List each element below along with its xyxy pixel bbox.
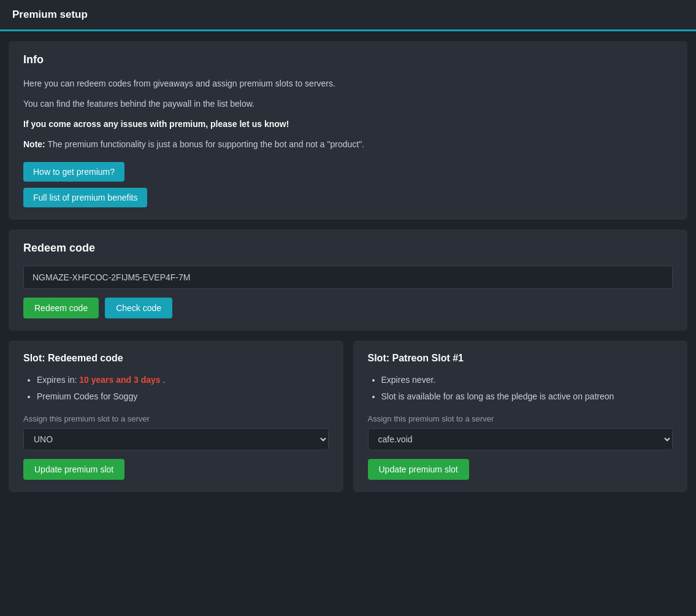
info-text-3: If you come across any issues with premi… — [23, 118, 673, 131]
slot1-expires-value: 10 years and 3 days — [79, 375, 160, 385]
slot2-expires: Expires never. — [381, 374, 673, 387]
slot2-update-button[interactable]: Update premium slot — [368, 459, 469, 480]
slot1-assign-label: Assign this premium slot to a server — [23, 414, 329, 423]
check-code-button[interactable]: Check code — [105, 298, 172, 318]
slot2-list: Expires never. Slot is available for as … — [368, 374, 673, 403]
info-card: Info Here you can redeem codes from give… — [9, 41, 687, 220]
redeem-code-input[interactable] — [23, 266, 673, 289]
info-text-1: Here you can redeem codes from giveaways… — [23, 77, 673, 90]
slot1-expires-label: Expires in: — [37, 375, 77, 385]
premium-benefits-button[interactable]: Full list of premium benefits — [23, 188, 147, 207]
slot2-slot-info: Slot is available for as long as the ple… — [381, 390, 673, 403]
top-bar: Premium setup — [0, 0, 696, 31]
info-btn-group: How to get premium? Full list of premium… — [23, 162, 673, 207]
slot1-premium-for: Premium Codes for Soggy — [37, 390, 329, 403]
page-title: Premium setup — [12, 9, 88, 21]
slot1-list: Expires in: 10 years and 3 days . Premiu… — [23, 374, 329, 403]
note-label: Note: — [23, 139, 45, 149]
slot1-update-button[interactable]: Update premium slot — [23, 459, 124, 480]
slot1-title: Slot: Redeemed code — [23, 353, 329, 364]
info-text-2: You can find the features behind the pay… — [23, 98, 673, 110]
slot-patreon-card: Slot: Patreon Slot #1 Expires never. Slo… — [353, 341, 688, 492]
redeem-card-title: Redeem code — [23, 242, 673, 255]
slot1-server-select[interactable]: UNO — [23, 428, 329, 450]
info-card-title: Info — [23, 53, 673, 66]
slot-redeemed-card: Slot: Redeemed code Expires in: 10 years… — [9, 341, 343, 492]
how-to-premium-button[interactable]: How to get premium? — [23, 162, 124, 182]
slot1-expires-suffix: . — [163, 375, 165, 385]
redeem-card: Redeem code Redeem code Check code — [9, 229, 687, 331]
info-note: Note: The premium functionality is just … — [23, 138, 673, 151]
redeem-btn-row: Redeem code Check code — [23, 298, 673, 318]
main-content: Info Here you can redeem codes from give… — [0, 31, 696, 502]
slot1-expires: Expires in: 10 years and 3 days . — [37, 374, 329, 387]
slot2-server-select[interactable]: cafe.void — [368, 428, 673, 450]
slot2-title: Slot: Patreon Slot #1 — [368, 353, 673, 364]
slot2-assign-label: Assign this premium slot to a server — [368, 414, 673, 423]
note-text: The premium functionality is just a bonu… — [47, 139, 364, 149]
redeem-code-button[interactable]: Redeem code — [23, 298, 99, 318]
slots-row: Slot: Redeemed code Expires in: 10 years… — [9, 341, 687, 492]
